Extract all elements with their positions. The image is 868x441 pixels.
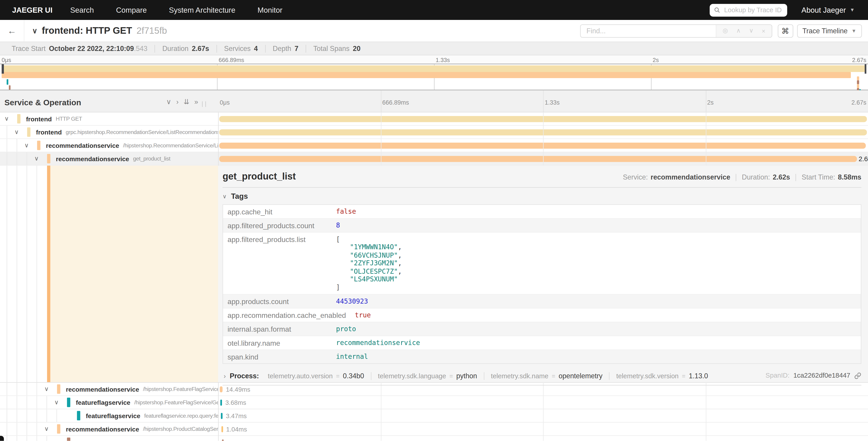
copy-link-icon[interactable]: [854, 372, 862, 379]
tick-label: 0μs: [220, 99, 230, 106]
nav-item-system-architecture[interactable]: System Architecture: [161, 6, 243, 14]
span-duration-bar[interactable]: [219, 155, 857, 161]
summary-value: October 22 2022, 22:10:09: [49, 45, 134, 52]
column-resize-handle[interactable]: [202, 101, 206, 107]
summary-label: Depth: [273, 45, 291, 52]
span-duration-bar[interactable]: [220, 386, 222, 392]
tag-row[interactable]: span.kind internal: [223, 350, 861, 363]
summary-item: Trace Start October 22 2022, 22:10:09.54…: [4, 45, 155, 52]
span-row[interactable]: [0, 436, 868, 441]
span-toggle-icon[interactable]: ∨: [1, 115, 12, 122]
tag-row[interactable]: app.recommendation.cache_enabled true: [223, 308, 861, 322]
span-row[interactable]: ∨ featureflagservice /hipstershop.Featur…: [0, 396, 868, 409]
gridline: [706, 90, 706, 112]
tick-label: 2.67s: [851, 99, 866, 106]
back-button[interactable]: ←: [0, 20, 25, 41]
minimap-span: [857, 84, 859, 88]
span-detail-row: get_product_list Service:recommendations…: [0, 166, 868, 383]
span-name-cell[interactable]: ∨ recommendationservice /hipstershop.Pro…: [0, 423, 218, 435]
span-row[interactable]: ∨ frontend HTTP GET: [0, 113, 868, 126]
tag-row[interactable]: app.filtered_products.count 8: [223, 219, 861, 233]
tick-label: 2s: [653, 57, 659, 63]
service-color-bar: [67, 438, 70, 441]
span-row[interactable]: featureflagservice featureflagservice.re…: [0, 409, 868, 423]
nav-item-compare[interactable]: Compare: [108, 6, 154, 14]
tag-value: proto: [332, 322, 361, 335]
operation-name: /hipstershop.FeatureFlagService/Ge...: [134, 399, 218, 406]
span-duration-bar[interactable]: [221, 413, 222, 419]
trace-title: frontend: HTTP GET: [42, 25, 132, 36]
next-match-icon[interactable]: ∨: [749, 27, 753, 34]
app-logo[interactable]: JAEGER UI: [12, 6, 53, 14]
span-row[interactable]: ∨ recommendationservice /hipstershop.Rec…: [0, 139, 868, 152]
span-toggle-icon[interactable]: ∨: [41, 385, 52, 393]
span-rows-area: ∨ frontend HTTP GET ∨ frontend grpc.hips…: [0, 113, 868, 441]
match-target-icon[interactable]: ◎: [723, 27, 728, 34]
tag-row[interactable]: internal.span.format proto: [223, 322, 861, 336]
tag-value: 8: [332, 219, 344, 232]
tag-row[interactable]: otel.library.name recommendationservice: [223, 336, 861, 350]
summary-label: Duration: [162, 45, 188, 52]
timeline-minimap[interactable]: [0, 64, 868, 90]
minimap-span: [2, 72, 851, 78]
tag-row[interactable]: app.products.count 44530923: [223, 295, 861, 308]
span-detail-header: get_product_list Service:recommendations…: [222, 166, 861, 188]
clear-find-icon[interactable]: ×: [762, 27, 766, 34]
span-toggle-icon[interactable]: ∨: [11, 128, 22, 136]
tag-key: app.filtered_products.count: [223, 219, 332, 232]
trace-header: ← ∨ frontend: HTTP GET 2f715fb ◎∧∨× ⌘ Tr…: [0, 20, 868, 42]
tag-value: internal: [332, 350, 372, 363]
tick-label: 666.89ms: [382, 99, 409, 106]
span-name-cell[interactable]: ∨ featureflagservice /hipstershop.Featur…: [0, 396, 218, 409]
tag-value: ["1YMWWN1N4O","66VCHSJNUP","2ZYFJ3GM2N",…: [332, 233, 406, 294]
tags-section-toggle[interactable]: ∨ Tags: [222, 192, 861, 201]
nav-item-search[interactable]: Search: [62, 6, 102, 14]
about-jaeger-menu[interactable]: About Jaeger ▼: [802, 6, 855, 14]
service-name: recommendationservice: [66, 425, 139, 432]
span-name-cell[interactable]: [0, 436, 218, 441]
nav-item-monitor[interactable]: Monitor: [250, 6, 290, 14]
span-name-cell[interactable]: featureflagservice featureflagservice.re…: [0, 409, 218, 422]
span-row[interactable]: ∨ recommendationservice get_product_list…: [0, 152, 868, 166]
minimap-left-scrubber[interactable]: [2, 64, 4, 74]
span-name-cell[interactable]: ∨ recommendationservice get_product_list: [0, 152, 218, 165]
process-kv: telemetry.sdk.language = python: [371, 372, 484, 380]
span-row[interactable]: ∨ frontend grpc.hipstershop.Recommendati…: [0, 126, 868, 139]
tick-label: 666.89ms: [219, 57, 244, 63]
span-duration-bar[interactable]: [222, 439, 223, 441]
tag-row[interactable]: app.filtered_products.list ["1YMWWN1N4O"…: [223, 233, 861, 295]
tag-row[interactable]: app.cache_hit false: [223, 205, 861, 219]
span-duration-bar[interactable]: [221, 426, 223, 432]
span-toggle-icon[interactable]: ∨: [51, 399, 62, 406]
find-input[interactable]: [581, 25, 716, 37]
collapse-one-icon[interactable]: ∨: [166, 98, 171, 107]
service-color-bar: [77, 411, 80, 420]
span-toggle-icon[interactable]: ∨: [21, 142, 32, 149]
span-toggle-icon[interactable]: ∨: [41, 425, 52, 433]
collapse-trace-icon[interactable]: ∨: [32, 27, 37, 35]
minimap-right-scrubber[interactable]: [864, 64, 866, 74]
trace-summary-bar: Trace Start October 22 2022, 22:10:09.54…: [0, 42, 868, 56]
span-name-cell[interactable]: ∨ frontend grpc.hipstershop.Recommendati…: [0, 126, 218, 138]
trace-view-selector[interactable]: Trace Timeline ▼: [797, 24, 862, 37]
expand-one-icon[interactable]: ›: [176, 98, 179, 107]
process-kv-list: telemetry.auto.version = 0.34b0 telemetr…: [261, 372, 715, 380]
summary-item: Depth 7: [265, 45, 306, 52]
span-name-cell[interactable]: ∨ frontend HTTP GET: [0, 113, 218, 125]
span-duration-bar[interactable]: [219, 142, 866, 148]
span-duration-label: 3.47ms: [226, 412, 247, 419]
span-name-cell[interactable]: ∨ recommendationservice /hipstershop.Fea…: [0, 383, 218, 395]
collapse-all-icon[interactable]: ⇊: [184, 98, 189, 107]
span-row[interactable]: ∨ recommendationservice /hipstershop.Pro…: [0, 423, 868, 436]
trace-lookup-box[interactable]: [710, 4, 787, 16]
trace-lookup-input[interactable]: [723, 5, 782, 14]
span-duration-bar[interactable]: [220, 399, 222, 406]
expand-all-icon[interactable]: »: [194, 98, 198, 107]
minimap-canvas[interactable]: [0, 64, 868, 90]
chevron-right-icon: ›: [223, 372, 226, 380]
gridline: [543, 90, 544, 112]
keyboard-shortcuts-button[interactable]: ⌘: [777, 24, 793, 37]
span-name-cell[interactable]: ∨ recommendationservice /hipstershop.Rec…: [0, 139, 218, 152]
span-toggle-icon[interactable]: ∨: [31, 155, 42, 162]
prev-match-icon[interactable]: ∧: [736, 27, 741, 34]
